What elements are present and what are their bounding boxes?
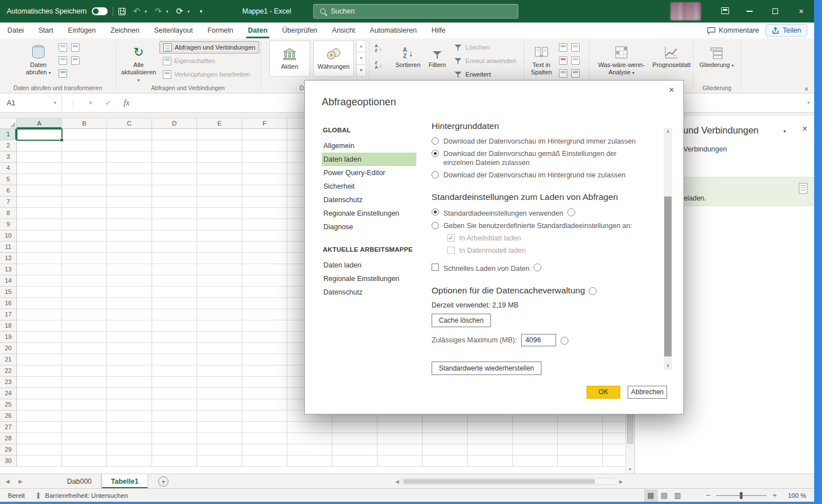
horizontal-scrollbar[interactable]: ◀ ▶	[393, 477, 625, 486]
from-table-range-icon[interactable]	[59, 69, 67, 78]
new-sheet-button[interactable]: +	[158, 476, 168, 487]
sort-button[interactable]: AZ↓ Sortieren	[393, 38, 423, 69]
row-header[interactable]: 12	[0, 253, 17, 264]
edit-links-button[interactable]: Verknüpfungen bearbeiten	[159, 68, 259, 81]
zoom-slider[interactable]	[716, 495, 767, 496]
row-header[interactable]: 25	[0, 399, 17, 411]
dialog-scroll-down-icon[interactable]: ∨	[664, 362, 672, 370]
row-header[interactable]: 5	[0, 174, 17, 185]
get-data-button[interactable]: Daten abrufen ▾	[21, 38, 55, 77]
dialog-scroll-up-icon[interactable]: ∧	[664, 128, 672, 136]
sidebar-item[interactable]: Regionale Einstellungen	[322, 207, 416, 220]
row-header[interactable]: 17	[0, 309, 17, 320]
comments-button[interactable]: Kommentare	[707, 26, 759, 34]
info-icon[interactable]	[567, 208, 575, 216]
sidebar-item[interactable]: Power Query-Editor	[322, 166, 416, 180]
currencies-data-type[interactable]: Währungen	[313, 41, 354, 77]
text-to-columns-button[interactable]: Text in Spalten	[527, 38, 556, 76]
accessibility-status[interactable]: Barrierefreiheit: Untersuchen	[35, 492, 128, 499]
row-header[interactable]: 13	[0, 264, 17, 275]
relationships-icon[interactable]	[559, 69, 567, 78]
horizontal-scroll-thumb[interactable]	[403, 479, 595, 484]
normal-view-icon[interactable]: ▦	[644, 489, 657, 502]
row-header[interactable]: 9	[0, 219, 17, 230]
row-header[interactable]: 2	[0, 140, 17, 151]
expand-formula-bar-icon[interactable]: ▾	[807, 93, 810, 112]
row-header[interactable]: 20	[0, 343, 17, 354]
confirm-entry-icon[interactable]: ✓	[99, 99, 118, 107]
sidebar-item[interactable]: Sicherheit	[322, 180, 416, 193]
ok-button[interactable]: OK	[586, 386, 620, 399]
zoom-slider-knob[interactable]	[740, 492, 743, 499]
ribbon-tab[interactable]: Überprüfen	[275, 23, 325, 38]
advanced-filter-button[interactable]: Erweitert	[450, 68, 519, 81]
sync-dropdown-icon[interactable]: ▾	[188, 9, 190, 14]
dialog-scrollbar[interactable]: ∧ ∨	[664, 128, 672, 370]
row-header[interactable]: 28	[0, 433, 17, 444]
row-header[interactable]: 14	[0, 275, 17, 287]
row-header[interactable]: 22	[0, 365, 17, 377]
radio-option[interactable]: Download der Datenvorschau im Hintergrun…	[432, 171, 651, 180]
sidebar-item[interactable]: Regionale Einstellungen	[322, 272, 416, 286]
sort-za-button[interactable]: ZA↓	[375, 60, 382, 71]
radio-option[interactable]: Download der Datenvorschau im Hintergrun…	[432, 137, 651, 146]
info-icon[interactable]	[589, 287, 597, 295]
column-header[interactable]: B	[62, 118, 107, 129]
sync-icon[interactable]: ⟳	[174, 0, 186, 23]
row-header[interactable]: 29	[0, 444, 17, 456]
ribbon-display-options-icon[interactable]	[721, 7, 729, 14]
recent-sources-icon[interactable]	[71, 43, 79, 52]
forecast-sheet-button[interactable]: Prognoseblatt	[652, 38, 691, 69]
gallery-up-button[interactable]: ▴	[356, 40, 366, 52]
cancel-button[interactable]: Abbrechen	[628, 386, 667, 399]
page-break-view-icon[interactable]: ▥	[671, 489, 685, 502]
ribbon-tab[interactable]: Zeichnen	[103, 23, 146, 38]
row-header[interactable]: 18	[0, 320, 17, 332]
autosave-toggle[interactable]	[92, 7, 108, 15]
next-sheet-icon[interactable]: ▶	[19, 479, 23, 484]
row-header[interactable]: 30	[0, 456, 17, 467]
restore-defaults-button[interactable]: Standardwerte wiederherstellen	[432, 362, 541, 375]
info-icon[interactable]	[561, 337, 568, 345]
collapse-ribbon-icon[interactable]: ∧	[805, 86, 808, 92]
radio-option[interactable]: Download der Datenvorschau gemäß Einstel…	[432, 149, 651, 167]
max-cache-input[interactable]	[521, 334, 556, 346]
insert-function-icon[interactable]: fx	[118, 99, 136, 108]
ribbon-tab[interactable]: Automatisieren	[362, 23, 424, 38]
row-header[interactable]: 15	[0, 287, 17, 298]
row-header[interactable]: 3	[0, 151, 17, 163]
drag-handle-icon[interactable]: ⋮	[63, 99, 82, 107]
remove-duplicates-icon[interactable]	[571, 43, 580, 52]
gallery-more-button[interactable]: ▼	[356, 64, 366, 77]
customize-qat-icon[interactable]: ▾	[195, 0, 207, 23]
clear-filter-button[interactable]: Löschen	[450, 41, 519, 53]
checkbox-load-to-worksheet[interactable]: In Arbeitsblatt laden	[447, 234, 651, 243]
select-all-corner[interactable]	[0, 118, 17, 129]
page-layout-view-icon[interactable]: ▤	[657, 489, 671, 502]
panel-close-icon[interactable]: ×	[802, 124, 807, 134]
reapply-button[interactable]: Erneut anwenden	[450, 55, 519, 67]
sheet-tab[interactable]: Dab000	[58, 474, 101, 488]
row-header[interactable]: 6	[0, 185, 17, 197]
save-icon[interactable]	[118, 8, 126, 15]
ribbon-tab[interactable]: Daten	[241, 23, 275, 38]
column-header[interactable]: C	[107, 118, 152, 129]
row-header[interactable]: 4	[0, 163, 17, 174]
checkbox-fast-load[interactable]: Schnelles Laden von Daten	[432, 263, 651, 273]
ribbon-tab[interactable]: Datei	[0, 23, 31, 38]
undo-dropdown-icon[interactable]: ▾	[145, 9, 147, 14]
radio-standard-load[interactable]: Standardladeeinstellungen verwenden	[432, 208, 651, 218]
from-text-csv-icon[interactable]	[59, 43, 67, 52]
maximize-button[interactable]	[762, 0, 788, 23]
filter-button[interactable]: Filtern	[424, 38, 450, 69]
data-validation-icon[interactable]	[559, 56, 567, 65]
radio-custom-load[interactable]: Geben Sie benutzerdefinierte Standardlad…	[432, 221, 651, 230]
sidebar-item[interactable]: Datenschutz	[322, 286, 416, 299]
zoom-out-icon[interactable]: −	[705, 491, 711, 499]
from-web-icon[interactable]	[59, 56, 67, 65]
zoom-in-icon[interactable]: +	[772, 491, 777, 499]
row-header[interactable]: 26	[0, 411, 17, 422]
dialog-close-icon[interactable]: ×	[665, 84, 678, 96]
ribbon-tab[interactable]: Start	[31, 23, 60, 38]
sort-az-button[interactable]: AZ↓	[375, 43, 382, 54]
